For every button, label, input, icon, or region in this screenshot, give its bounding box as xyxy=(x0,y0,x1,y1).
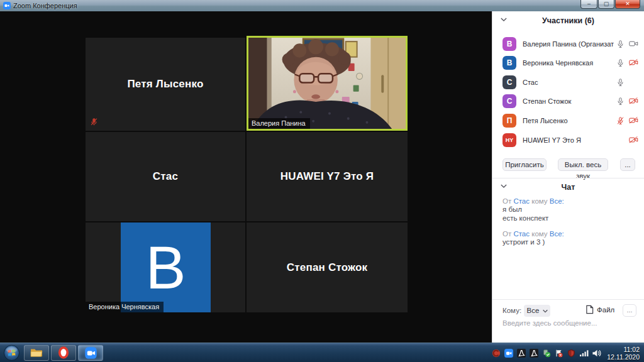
mic-on-icon xyxy=(616,97,625,106)
msg-from-label: От xyxy=(502,230,511,238)
msg-recipient[interactable]: Все: xyxy=(550,197,564,205)
video-tile[interactable]: В Вероника Чернявская xyxy=(86,222,245,312)
participants-actions: Пригласить Выкл. весь звук ... xyxy=(492,158,644,171)
side-panel: Участники (6) В Валерия Панина (Организа… xyxy=(492,11,644,343)
msg-sender[interactable]: Стас xyxy=(513,230,530,238)
participant-row[interactable]: HY HUAWEI Y7 Это Я xyxy=(492,131,644,150)
tile-participant-name: Степан Стожок xyxy=(287,261,367,274)
tile-participant-name: Петя Лысенко xyxy=(127,78,203,90)
chat-message: От Стас кому Все: я был есть конспект xyxy=(502,197,639,222)
tile-participant-name: Стас xyxy=(153,170,178,183)
msg-sender[interactable]: Стас xyxy=(513,197,530,205)
invite-button[interactable]: Пригласить xyxy=(502,158,547,171)
participant-avatar: В xyxy=(502,56,516,70)
participant-row[interactable]: С Стас xyxy=(492,73,644,92)
video-grid: Петя Лысенко xyxy=(0,11,492,343)
participant-name: Петя Лысенко xyxy=(523,117,614,124)
panel-divider xyxy=(492,299,644,300)
file-icon xyxy=(586,305,594,314)
recipient-dropdown[interactable]: Все xyxy=(524,305,550,317)
participant-name: Степан Стожок xyxy=(523,97,614,105)
chat-header: Чат xyxy=(492,183,644,192)
window-title: Zoom Конференция xyxy=(13,2,77,9)
zoom-taskbar-button[interactable] xyxy=(78,345,103,361)
video-tile[interactable]: Степан Стожок xyxy=(247,222,408,312)
video-tile[interactable]: HUAWEI Y7 Это Я xyxy=(247,132,408,221)
camera-off-icon xyxy=(629,58,638,68)
chat-message: От Стас кому Все: устроит и 3 ) xyxy=(502,230,639,246)
opera-icon xyxy=(57,346,70,359)
file-label: Файл xyxy=(597,306,614,314)
participant-row[interactable]: С Степан Стожок xyxy=(492,92,644,111)
minimize-button[interactable]: – xyxy=(580,0,597,9)
participant-avatar: П xyxy=(502,114,516,128)
participant-row[interactable]: П Петя Лысенко xyxy=(492,111,644,130)
panel-divider xyxy=(492,178,644,178)
msg-to-label: кому xyxy=(531,230,547,238)
desktop: Zoom Конференция – ▢ ✕ Петя Лысенко xyxy=(0,0,644,362)
clock-time: 11:02 xyxy=(607,346,640,353)
mic-on-icon xyxy=(616,58,625,68)
chat-composer: Кому: Все Файл ... xyxy=(492,304,644,318)
shield-tray-icon[interactable] xyxy=(567,348,576,358)
camera-off-icon xyxy=(629,116,638,126)
mute-all-button[interactable]: Выкл. весь звук xyxy=(558,158,608,171)
acrobat-tray-icon[interactable] xyxy=(529,348,538,358)
network-signal-icon[interactable] xyxy=(579,348,589,358)
to-label: Кому: xyxy=(502,307,521,314)
msg-from-label: От xyxy=(502,197,511,205)
start-button[interactable] xyxy=(3,344,20,361)
close-button[interactable]: ✕ xyxy=(615,0,640,9)
taskbar-clock[interactable]: 11:02 12.11.2020 xyxy=(607,346,641,361)
camera-off-icon xyxy=(629,97,638,106)
opera-taskbar-button[interactable] xyxy=(51,345,76,361)
tile-participant-name: HUAWEI Y7 Это Я xyxy=(280,170,374,183)
camera-off-icon xyxy=(629,136,638,145)
action-center-flag-icon[interactable] xyxy=(554,348,564,358)
zoom-icon xyxy=(84,346,97,359)
msg-recipient[interactable]: Все: xyxy=(550,230,564,238)
clock-date: 12.11.2020 xyxy=(607,353,640,361)
participant-avatar: HY xyxy=(502,133,516,147)
window-titlebar[interactable]: Zoom Конференция – ▢ ✕ xyxy=(0,0,644,11)
tile-name-label: Вероника Чернявская xyxy=(86,302,164,312)
mic-on-icon xyxy=(616,40,625,49)
video-tile[interactable]: Петя Лысенко xyxy=(86,38,245,131)
participant-row[interactable]: В Вероника Чернявская xyxy=(492,53,644,72)
red-swirl-tray-icon[interactable] xyxy=(491,348,501,358)
participant-avatar: В xyxy=(502,37,516,51)
windows-taskbar: 11:02 12.11.2020 xyxy=(0,343,644,362)
participants-more-button[interactable]: ... xyxy=(620,158,635,171)
video-tile[interactable]: Стас xyxy=(86,132,245,221)
zoom-tray-icon[interactable] xyxy=(504,348,513,358)
chat-more-button[interactable]: ... xyxy=(623,304,636,317)
participant-name: Валерия Панина (Организатор, я) xyxy=(523,40,614,48)
participant-name: Вероника Чернявская xyxy=(523,59,614,67)
msg-text: устроит и 3 ) xyxy=(502,238,639,246)
chevron-down-icon xyxy=(543,309,548,313)
mic-muted-icon xyxy=(616,116,625,126)
acrobat-tray-icon[interactable] xyxy=(516,348,526,358)
usb-safely-remove-icon[interactable] xyxy=(541,348,551,358)
send-file-button[interactable]: Файл xyxy=(586,305,614,314)
mic-muted-icon xyxy=(90,118,98,126)
maximize-button[interactable]: ▢ xyxy=(598,0,614,9)
recipient-value: Все xyxy=(526,307,539,314)
camera-on-icon xyxy=(629,40,638,49)
msg-to-label: кому xyxy=(531,197,547,205)
volume-icon[interactable] xyxy=(592,348,601,358)
msg-text: я был xyxy=(502,205,639,214)
msg-text: есть конспект xyxy=(502,214,639,222)
participants-header: Участники (6) xyxy=(492,16,644,25)
zoom-app-icon xyxy=(3,2,11,9)
webcam-video-feed xyxy=(248,38,406,129)
participant-name: Стас xyxy=(523,79,614,86)
participant-name: HUAWEI Y7 Это Я xyxy=(523,136,614,144)
chat-message-input[interactable] xyxy=(502,319,635,327)
participant-avatar: С xyxy=(502,75,516,89)
system-tray: 11:02 12.11.2020 xyxy=(491,343,641,362)
video-tile-active-speaker[interactable]: Валерия Панина xyxy=(247,36,408,131)
participant-row[interactable]: В Валерия Панина (Организатор, я) xyxy=(492,35,644,53)
folder-icon xyxy=(30,347,43,358)
explorer-taskbar-button[interactable] xyxy=(24,345,49,361)
